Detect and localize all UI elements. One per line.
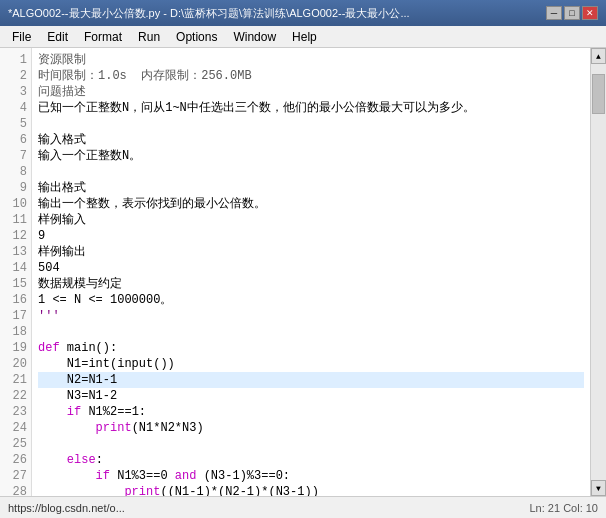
- scrollbar-track[interactable]: [591, 64, 606, 480]
- minimize-button[interactable]: ─: [546, 6, 562, 20]
- menu-window[interactable]: Window: [225, 26, 284, 47]
- window-title: *ALGO002--最大最小公倍数.py - D:\蓝桥杯习题\算法训练\ALG…: [8, 6, 546, 21]
- menu-format[interactable]: Format: [76, 26, 130, 47]
- code-editor[interactable]: 资源限制 时间限制：1.0s 内存限制：256.0MB 问题描述 已知一个正整数…: [32, 48, 590, 496]
- menu-file[interactable]: File: [4, 26, 39, 47]
- status-url: https://blog.csdn.net/o...: [8, 502, 125, 514]
- scrollbar-thumb[interactable]: [592, 74, 605, 114]
- scroll-up-button[interactable]: ▲: [591, 48, 606, 64]
- status-bar: https://blog.csdn.net/o... Ln: 21 Col: 1…: [0, 496, 606, 518]
- line-numbers: 1234567891011121314151617181920212223242…: [0, 48, 32, 496]
- scroll-down-button[interactable]: ▼: [591, 480, 606, 496]
- window-controls: ─ □ ✕: [546, 6, 598, 20]
- menu-bar: File Edit Format Run Options Window Help: [0, 26, 606, 48]
- vertical-scrollbar[interactable]: ▲ ▼: [590, 48, 606, 496]
- menu-help[interactable]: Help: [284, 26, 325, 47]
- menu-edit[interactable]: Edit: [39, 26, 76, 47]
- menu-run[interactable]: Run: [130, 26, 168, 47]
- menu-options[interactable]: Options: [168, 26, 225, 47]
- editor-container: 1234567891011121314151617181920212223242…: [0, 48, 606, 496]
- close-button[interactable]: ✕: [582, 6, 598, 20]
- cursor-position: Ln: 21 Col: 10: [530, 502, 599, 514]
- maximize-button[interactable]: □: [564, 6, 580, 20]
- title-bar: *ALGO002--最大最小公倍数.py - D:\蓝桥杯习题\算法训练\ALG…: [0, 0, 606, 26]
